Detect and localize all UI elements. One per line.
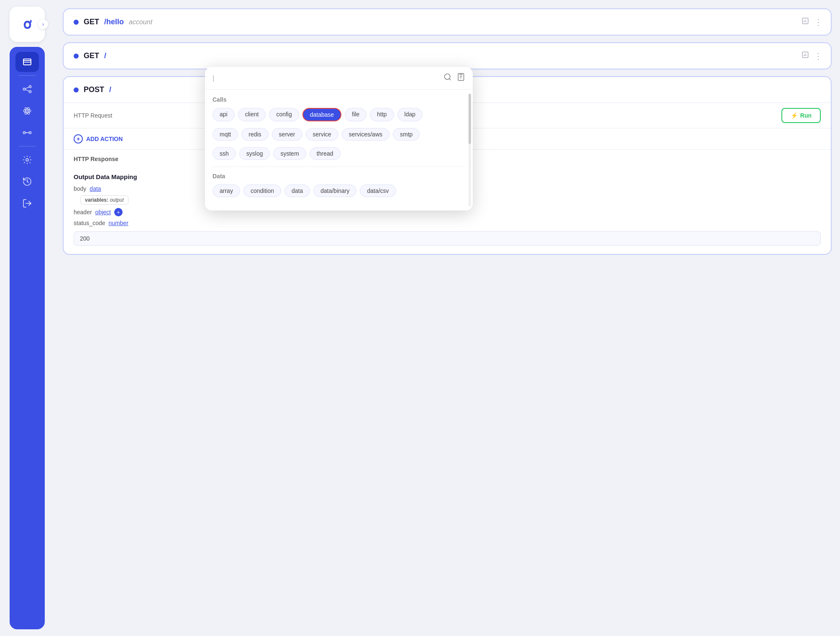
tag-client[interactable]: client (238, 108, 266, 121)
tag-http[interactable]: http (370, 108, 394, 121)
svg-line-29 (449, 79, 451, 80)
tag-system[interactable]: system (273, 147, 306, 160)
status-code-input[interactable] (74, 231, 821, 246)
header-value[interactable]: object (95, 209, 111, 215)
tag-database[interactable]: database (302, 108, 342, 121)
chart-icon-2[interactable] (802, 51, 809, 61)
api-method-post: POST (84, 85, 104, 94)
mapping-row-status-code: status_code number (74, 220, 821, 226)
api-card-get-root-actions: ⋮ (802, 51, 822, 61)
tag-service[interactable]: service (306, 128, 338, 141)
calls-dropdown: Calls api client config database file ht… (205, 67, 473, 210)
api-dot-get-root (74, 54, 79, 59)
run-icon: ⚡ (791, 112, 798, 119)
section-divider (213, 167, 465, 167)
settings-icon (22, 155, 32, 165)
svg-rect-30 (460, 74, 462, 75)
add-action-label: ADD ACTION (86, 136, 123, 142)
svg-line-18 (27, 182, 28, 182)
status-code-value[interactable]: number (109, 220, 128, 226)
header-add-icon[interactable]: + (114, 208, 123, 216)
tag-array[interactable]: array (213, 185, 240, 197)
api-path-get-root: / (104, 51, 106, 60)
nav-divider-1 (19, 75, 36, 76)
sidebar-item-atom[interactable] (15, 101, 39, 121)
add-action-icon: + (74, 134, 83, 144)
api-method-get-hello: GET (84, 18, 99, 26)
tag-config[interactable]: config (269, 108, 299, 121)
svg-point-4 (23, 88, 26, 90)
run-button[interactable]: ⚡ Run (781, 108, 821, 123)
sidebar-nav (10, 47, 45, 629)
status-code-key: status_code (74, 220, 105, 226)
tag-condition[interactable]: condition (243, 185, 281, 197)
svg-point-16 (26, 159, 28, 161)
header-key: header (74, 209, 92, 215)
sidebar-item-history[interactable] (15, 172, 39, 192)
tag-file[interactable]: file (345, 108, 366, 121)
api-dot-post (74, 87, 79, 92)
calls-tags-row-2: mqtt redis server service services/aws s… (213, 128, 465, 141)
chart-icon[interactable] (802, 17, 809, 27)
variables-value: output (110, 197, 123, 203)
http-request-label: HTTP Request (74, 112, 112, 119)
database-icon (22, 57, 32, 67)
scrollbar-track (469, 94, 471, 206)
api-card-get-root-header: GET / (74, 51, 821, 60)
api-card-get-hello-header: GET /hello account (74, 18, 821, 26)
chevron-badge[interactable]: › (38, 19, 48, 29)
nav-divider-2 (19, 146, 36, 146)
dropdown-body: Calls api client config database file ht… (205, 90, 473, 210)
scrollbar-thumb[interactable] (469, 94, 471, 144)
tag-data-csv[interactable]: data/csv (360, 185, 396, 197)
api-card-get-hello-actions: ⋮ (802, 17, 822, 27)
tag-ssh[interactable]: ssh (213, 147, 236, 160)
tag-smtp[interactable]: smtp (393, 128, 420, 141)
sidebar-item-settings[interactable] (15, 150, 39, 170)
chevron-icon: › (42, 21, 44, 27)
search-icon[interactable] (443, 73, 452, 83)
run-label: Run (800, 112, 812, 119)
api-method-get-root: GET (84, 51, 99, 60)
tag-mqtt[interactable]: mqtt (213, 128, 238, 141)
variables-label: variables: (85, 197, 108, 203)
search-input[interactable] (213, 74, 438, 82)
tag-data[interactable]: data (284, 185, 310, 197)
logo-container: ơ › (10, 7, 45, 42)
api-path-post: / (109, 85, 111, 94)
tag-data-binary[interactable]: data/binary (313, 185, 356, 197)
clipboard-icon[interactable] (457, 73, 465, 83)
svg-rect-1 (23, 59, 31, 65)
calls-section-label: Calls (213, 96, 465, 103)
body-value[interactable]: data (90, 185, 101, 192)
sidebar-item-database[interactable] (15, 52, 39, 72)
sidebar-item-logout[interactable] (15, 193, 39, 213)
tag-server[interactable]: server (272, 128, 302, 141)
tag-syslog[interactable]: syslog (239, 147, 270, 160)
logout-icon (22, 198, 32, 208)
svg-point-6 (29, 91, 31, 93)
calls-tags-row-3: ssh syslog system thread (213, 147, 465, 160)
dropdown-search-bar (205, 67, 473, 90)
data-tags-row: array condition data data/binary data/cs… (213, 185, 465, 197)
flow-icon (22, 128, 32, 138)
more-icon-2[interactable]: ⋮ (814, 51, 822, 61)
history-icon (22, 177, 32, 187)
api-tag-get-hello: account (129, 18, 152, 26)
api-card-get-root: GET / ⋮ (63, 42, 832, 69)
tag-redis[interactable]: redis (241, 128, 268, 141)
tag-api[interactable]: api (213, 108, 235, 121)
data-section-label: Data (213, 173, 465, 180)
svg-point-13 (23, 132, 26, 134)
tag-services-aws[interactable]: services/aws (342, 128, 389, 141)
calls-tags-row: api client config database file http lda… (213, 108, 465, 121)
svg-point-28 (445, 74, 450, 80)
sidebar-item-graph[interactable] (15, 79, 39, 99)
svg-point-14 (29, 132, 31, 134)
more-icon[interactable]: ⋮ (814, 17, 822, 27)
tag-ldap[interactable]: ldap (397, 108, 423, 121)
sidebar-item-flow[interactable] (15, 123, 39, 143)
svg-line-8 (26, 90, 29, 91)
logo-icon: ơ (23, 16, 31, 32)
tag-thread[interactable]: thread (310, 147, 341, 160)
